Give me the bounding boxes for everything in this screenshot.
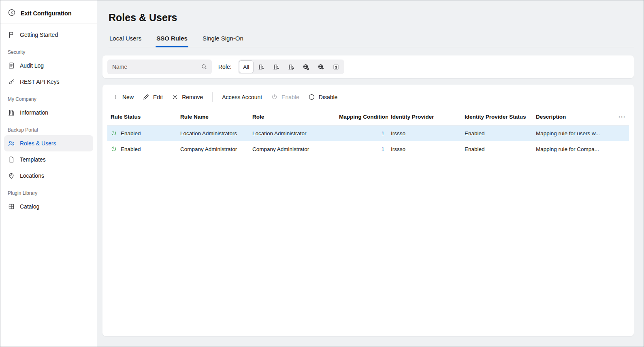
x-icon [172,94,178,100]
exit-configuration-label: Exit Configuration [21,10,72,17]
sidebar-item-getting-started[interactable]: Getting Started [0,27,97,43]
exit-configuration-button[interactable]: Exit Configuration [0,3,97,23]
sidebar-item-templates[interactable]: Templates [0,151,97,168]
subscriber-icon [333,64,339,70]
sso-rules-table: Rule Status Rule Name Role Mapping Condi… [107,108,629,157]
access-account-button[interactable]: Access Account [218,91,267,104]
sidebar-section-plugin-library: Plugin Library [0,184,97,198]
location-pin-icon [8,172,15,179]
search-input[interactable] [112,64,200,70]
tab-local-users[interactable]: Local Users [109,33,142,47]
role-filter-company-owner[interactable] [254,61,268,73]
search-icon[interactable] [200,63,208,70]
new-button[interactable]: New [107,90,138,104]
sidebar-item-information[interactable]: Information [0,104,97,121]
disable-button[interactable]: Disable [304,90,342,104]
template-icon [8,156,15,163]
column-role[interactable]: Role [249,108,336,126]
page-title: Roles & Users [109,12,634,23]
role-filter-company-administrator[interactable] [269,61,283,73]
role-filter-location-administrator[interactable] [299,61,313,73]
mapping-conditions-link[interactable]: 1 [336,141,388,157]
building-icon [8,109,15,116]
rule-status-cell: Enabled [111,130,174,136]
sidebar-section-backup-portal: Backup Portal [0,121,97,135]
sidebar-item-audit-log[interactable]: Audit Log [0,57,97,74]
description-cell: Mapping rule for Compa... [533,141,612,157]
rule-name-cell: Company Administrator [177,141,249,157]
column-rule-name[interactable]: Rule Name [177,108,249,126]
catalog-icon [8,203,15,210]
column-identity-provider[interactable]: Identity Provider [388,108,461,126]
power-icon [271,94,278,100]
enable-button[interactable]: Enable [267,90,304,104]
main-content: Roles & Users Local Users SSO Rules Sing… [97,0,644,347]
table-row[interactable]: Enabled Location Administrators Location… [107,126,629,141]
column-mapping-conditions[interactable]: Mapping Conditions [336,108,388,126]
rule-status-cell: Enabled [111,146,174,152]
column-options-button[interactable]: ··· [612,108,629,126]
role-filter-company-invoice-auditor[interactable] [284,61,298,73]
power-status-icon [111,146,117,152]
identity-provider-cell: Irssso [388,141,461,157]
key-icon [8,78,15,85]
identity-provider-status-cell: Enabled [461,141,533,157]
company-administrator-icon [273,64,279,70]
minus-circle-icon [308,94,315,100]
mapping-conditions-link[interactable]: 1 [336,126,388,141]
sidebar: Exit Configuration Getting Started Secur… [0,0,97,347]
table-header-row: Rule Status Rule Name Role Mapping Condi… [107,108,629,126]
toolbar: New Edit Remove Access Account [107,87,629,108]
role-cell: Location Administrator [249,126,336,141]
location-user-icon [318,64,324,70]
users-icon [8,140,15,147]
role-filter-subscriber[interactable] [329,61,343,73]
identity-provider-cell: Irssso [388,126,461,141]
name-search-box [107,60,212,74]
identity-provider-status-cell: Enabled [461,126,533,141]
role-filter-label: Role: [218,64,232,70]
toolbar-divider [212,92,213,102]
sidebar-item-rest-api-keys[interactable]: REST API Keys [0,74,97,90]
tab-single-sign-on[interactable]: Single Sign-On [202,33,244,47]
column-rule-status[interactable]: Rule Status [107,108,177,126]
audit-log-icon [8,62,15,69]
tab-bar: Local Users SSO Rules Single Sign-On [109,33,634,47]
filter-bar: Role: All [102,55,634,78]
remove-button[interactable]: Remove [167,91,207,104]
role-filter-all[interactable]: All [239,61,253,73]
location-administrator-icon [303,64,309,70]
sidebar-item-roles-users[interactable]: Roles & Users [4,135,93,151]
flag-icon [8,31,15,38]
app-window: Exit Configuration Getting Started Secur… [0,0,644,347]
rule-name-cell: Location Administrators [177,126,249,141]
power-status-icon [111,130,117,136]
table-row[interactable]: Enabled Company Administrator Company Ad… [107,141,629,157]
company-invoice-auditor-icon [288,64,294,70]
pencil-icon [143,94,149,100]
column-description[interactable]: Description [533,108,612,126]
role-filter-location-user[interactable] [314,61,328,73]
description-cell: Mapping rule for users w... [533,126,612,141]
company-owner-icon [258,64,264,70]
column-identity-provider-status[interactable]: Identity Provider Status [461,108,533,126]
sidebar-section-my-company: My Company [0,90,97,104]
sidebar-item-catalog[interactable]: Catalog [0,198,97,215]
chevron-left-circle-icon [8,9,16,18]
tab-sso-rules[interactable]: SSO Rules [156,33,188,47]
edit-button[interactable]: Edit [138,90,167,104]
role-cell: Company Administrator [249,141,336,157]
sso-rules-panel: New Edit Remove Access Account [102,85,634,336]
role-filter-segmented-control: All [238,60,344,74]
sidebar-section-security: Security [0,43,97,57]
plus-icon [112,94,119,100]
sidebar-item-locations[interactable]: Locations [0,168,97,184]
